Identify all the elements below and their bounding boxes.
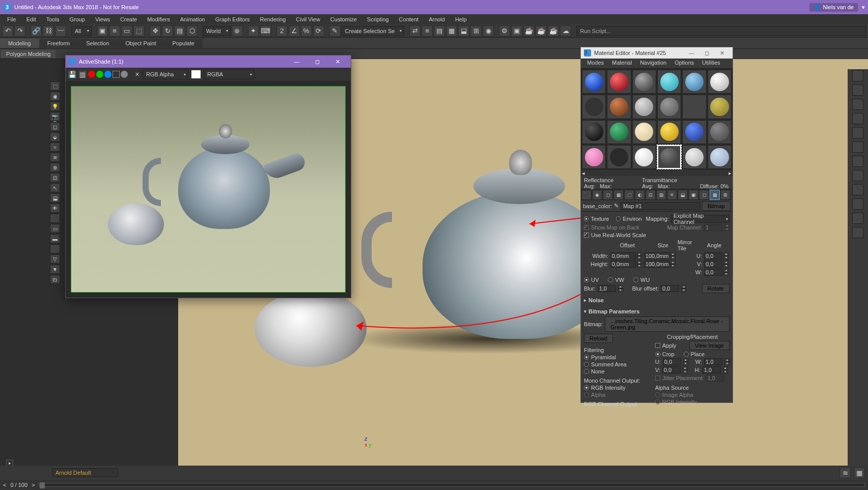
material-swatch-16[interactable] xyxy=(682,120,706,144)
palette-button-17[interactable]: ▽ xyxy=(50,254,60,264)
activeshade-titlebar[interactable]: ActiveShade (1:1) — ◻ ✕ xyxy=(66,55,351,68)
material-swatch-10[interactable] xyxy=(682,95,706,119)
keyboard-shortcut-button[interactable]: ⌨ xyxy=(260,25,271,37)
ribbon-tab-selection[interactable]: Selection xyxy=(78,39,117,48)
render-output-image[interactable] xyxy=(71,86,346,293)
crop-radio[interactable] xyxy=(655,352,660,357)
select-scale-button[interactable]: ▤ xyxy=(174,25,185,37)
command-panel-button-10[interactable] xyxy=(852,213,863,224)
channel-dropdown-1[interactable]: RGB Alpha xyxy=(143,69,188,79)
palette-button-15[interactable]: ▬ xyxy=(50,234,60,243)
polygon-modeling-panel[interactable]: Polygon Modeling xyxy=(1,50,55,58)
palette-button-3[interactable]: 📷 xyxy=(50,112,60,121)
menu-views[interactable]: Views xyxy=(90,15,115,23)
material-swatch-6[interactable] xyxy=(582,95,606,119)
selection-lock-toggle[interactable]: ▦ xyxy=(854,467,865,478)
me-minimize-button[interactable]: — xyxy=(684,50,699,56)
height-offset-field[interactable]: 0,0mm xyxy=(610,261,636,268)
green-channel-button[interactable] xyxy=(96,71,103,78)
ribbon-tab-freeform[interactable]: Freeform xyxy=(39,39,78,48)
channel-dropdown-2[interactable]: RGBA xyxy=(204,69,255,79)
menu-arnold[interactable]: Arnold xyxy=(424,15,450,23)
palette-button-19[interactable]: 🗀 xyxy=(50,275,60,284)
curve-editor-button[interactable]: ⬓ xyxy=(458,25,469,37)
align-button[interactable]: ≡ xyxy=(422,25,433,37)
place-radio[interactable] xyxy=(684,352,689,357)
palette-button-11[interactable]: ⬓ xyxy=(50,193,60,203)
me-toolbar-button-10[interactable]: ▣ xyxy=(688,190,698,200)
material-swatch-9[interactable] xyxy=(657,95,681,119)
rendered-frame-button[interactable]: ▣ xyxy=(511,25,522,37)
crop-w-field[interactable]: 1,0 xyxy=(704,358,722,365)
bitmap-params-rollout-header[interactable]: Bitmap Parameters xyxy=(584,307,730,315)
view-image-button[interactable]: View Image xyxy=(689,341,730,350)
ribbon-tab-modeling[interactable]: Modeling xyxy=(0,39,39,48)
bitmap-path-button[interactable]: ...inishes.Tiling.Ceramic.Mosaic.Floral.… xyxy=(605,316,730,332)
map-name-input[interactable] xyxy=(621,202,700,210)
color-swatch[interactable] xyxy=(191,70,201,78)
window-crossing-button[interactable]: ⬚ xyxy=(133,25,145,37)
menu-tools[interactable]: Tools xyxy=(41,15,65,23)
palette-button-13[interactable] xyxy=(50,214,60,223)
menu-group[interactable]: Group xyxy=(64,15,90,23)
eyedropper-icon[interactable]: ✎ xyxy=(614,203,619,209)
texture-radio[interactable] xyxy=(584,216,589,221)
render-setup-button[interactable]: ⚙ xyxy=(499,25,510,37)
command-panel-button-0[interactable] xyxy=(852,70,863,81)
blur-field[interactable]: 1,0 xyxy=(598,285,616,292)
select-object-button[interactable]: ▣ xyxy=(97,25,108,37)
me-toolbar-button-5[interactable]: ◐ xyxy=(635,190,645,200)
ribbon-tab-populate[interactable]: Populate xyxy=(164,39,202,48)
me-menu-material[interactable]: Material xyxy=(608,59,636,68)
isolate-toggle[interactable]: ≋ xyxy=(839,467,851,478)
palette-button-2[interactable]: 💡 xyxy=(50,102,60,111)
command-panel-button-2[interactable] xyxy=(852,99,863,110)
link-button[interactable]: 🔗 xyxy=(31,25,42,37)
activeshade-window[interactable]: ActiveShade (1:1) — ◻ ✕ 💾 ▥ ✕ RGB Alpha … xyxy=(65,55,351,298)
palette-button-18[interactable]: ▼ xyxy=(50,265,60,274)
palette-button-6[interactable]: ≈ xyxy=(50,142,60,152)
user-account-button[interactable]: 👤 Niels van de xyxy=(809,3,858,12)
map-type-button[interactable]: Bitmap xyxy=(702,201,731,211)
material-swatch-20[interactable] xyxy=(632,145,656,169)
me-toolbar-button-3[interactable]: ▦ xyxy=(613,190,624,200)
material-swatch-8[interactable] xyxy=(632,95,656,119)
sphere-object[interactable] xyxy=(255,291,367,367)
palette-button-14[interactable]: ▭ xyxy=(50,224,60,233)
redo-button[interactable]: ↷ xyxy=(14,25,25,37)
palette-button-10[interactable]: ↖ xyxy=(50,183,60,192)
named-selection-dropdown[interactable]: Create Selection Se xyxy=(342,26,405,36)
angle-v-field[interactable]: 0,0 xyxy=(704,261,722,268)
render-activeshade-button[interactable]: ☕ xyxy=(548,25,559,37)
crop-u-field[interactable]: 0,0 xyxy=(663,358,681,365)
select-place-button[interactable]: ⬡ xyxy=(186,25,198,37)
ribbon-tab-object-paint[interactable]: Object Paint xyxy=(118,39,164,48)
rgb-intensity-radio[interactable] xyxy=(584,385,589,390)
palette-button-4[interactable]: ◻ xyxy=(50,122,60,131)
width-offset-field[interactable]: 0,0mm xyxy=(610,252,636,260)
palette-button-1[interactable]: ◉ xyxy=(50,92,60,101)
apply-checkbox[interactable] xyxy=(655,343,660,348)
me-maximize-button[interactable]: ◻ xyxy=(699,50,714,56)
palette-button-7[interactable]: ≋ xyxy=(50,153,60,162)
me-toolbar-button-0[interactable]: ⬛ xyxy=(581,190,592,200)
selection-filter-dropdown[interactable]: All xyxy=(71,26,92,36)
me-toolbar-button-4[interactable]: ⬚ xyxy=(624,190,634,200)
me-toolbar-button-8[interactable]: ✕ xyxy=(667,190,677,200)
mirror-button[interactable]: ⇄ xyxy=(409,25,421,37)
material-swatch-11[interactable] xyxy=(708,95,732,119)
close-button[interactable]: ✕ xyxy=(327,59,348,65)
menu-help[interactable]: Help xyxy=(450,15,472,23)
menu-create[interactable]: Create xyxy=(115,15,142,23)
me-menu-modes[interactable]: Modes xyxy=(583,59,608,68)
material-editor-button[interactable]: ◉ xyxy=(483,25,494,37)
menu-content[interactable]: Content xyxy=(394,15,424,23)
material-swatch-22[interactable] xyxy=(682,145,706,169)
material-swatch-21[interactable] xyxy=(657,145,681,169)
command-panel-button-7[interactable] xyxy=(852,170,863,181)
select-move-button[interactable]: ✥ xyxy=(150,25,161,37)
angle-u-field[interactable]: 0,0 xyxy=(704,252,722,260)
material-swatch-1[interactable] xyxy=(607,70,631,94)
material-editor-titlebar[interactable]: 3 Material Editor - Material #25 — ◻ ✕ xyxy=(581,47,733,59)
menu-customize[interactable]: Customize xyxy=(325,15,362,23)
